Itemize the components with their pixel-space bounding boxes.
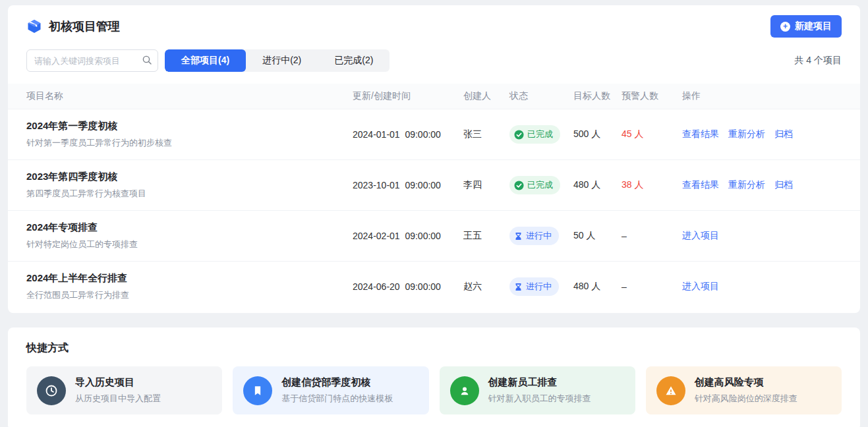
project-name: 2024年专项排查: [26, 221, 353, 234]
shortcuts-title: 快捷方式: [26, 341, 842, 355]
shortcut-desc: 基于信贷部门特点的快速模板: [281, 393, 393, 405]
shortcut-title: 创建高风险专项: [695, 376, 797, 389]
tab-in-progress[interactable]: 进行中(2): [246, 49, 318, 72]
action-enter-project[interactable]: 进入项目: [682, 281, 719, 293]
check-icon: [514, 181, 524, 190]
user-icon: [450, 376, 479, 405]
column-header-actions: 操作: [682, 90, 842, 102]
project-description: 针对第一季度员工异常行为的初步核查: [26, 137, 353, 149]
cube-icon: [26, 18, 42, 34]
row-warning: –: [622, 281, 682, 292]
row-target: 480 人: [573, 281, 622, 293]
row-time: 2024-06-20 09:00:00: [353, 281, 463, 292]
column-header-creator: 创建人: [463, 90, 509, 102]
table-row: 2024年专项排查 针对特定岗位员工的专项排查 2024-02-01 09:00…: [8, 210, 860, 261]
project-management-panel: 初核项目管理 + 新建项目 全部项目(4) 进行中(2) 已完成(2) 共 4 …: [8, 5, 860, 313]
project-description: 第四季度员工异常行为核查项目: [26, 188, 353, 200]
action-archive[interactable]: 归档: [774, 128, 793, 140]
project-description: 针对特定岗位员工的专项排查: [26, 239, 353, 250]
action-reanalyze[interactable]: 重新分析: [728, 128, 765, 140]
shortcut-import-history[interactable]: 导入历史项目 从历史项目中导入配置: [26, 366, 222, 414]
hourglass-icon: [514, 283, 523, 291]
action-enter-project[interactable]: 进入项目: [682, 230, 719, 242]
plus-icon: +: [780, 22, 790, 32]
shortcut-title: 创建新员工排查: [488, 376, 591, 389]
page-title: 初核项目管理: [49, 18, 120, 34]
column-header-time: 更新/创建时间: [353, 90, 463, 102]
column-header-target: 目标人数: [573, 90, 622, 102]
project-filter-tabs: 全部项目(4) 进行中(2) 已完成(2): [165, 49, 390, 72]
total-count: 共 4 个项目: [794, 55, 842, 67]
row-target: 500 人: [573, 128, 622, 140]
bookmark-icon: [243, 376, 272, 405]
table-header: 项目名称 更新/创建时间 创建人 状态 目标人数 预警人数 操作: [8, 84, 860, 109]
shortcut-high-risk[interactable]: 创建高风险专项 针对高风险岗位的深度排查: [646, 366, 842, 414]
column-header-status: 状态: [509, 90, 573, 102]
action-view-results[interactable]: 查看结果: [682, 179, 719, 191]
status-badge: 进行中: [509, 227, 559, 245]
table-row: 2024年上半年全行排查 全行范围员工异常行为排查 2024-06-20 09:…: [8, 261, 860, 312]
table-row: 2024年第一季度初核 针对第一季度员工异常行为的初步核查 2024-01-01…: [8, 109, 860, 159]
row-time: 2024-02-01 09:00:00: [353, 231, 463, 241]
new-project-button[interactable]: + 新建项目: [770, 15, 842, 38]
row-warning: 45 人: [622, 128, 682, 140]
shortcut-title: 创建信贷部季度初核: [281, 376, 393, 389]
row-target: 480 人: [573, 179, 622, 191]
status-badge: 已完成: [509, 125, 560, 144]
status-badge: 已完成: [509, 176, 560, 194]
action-view-results[interactable]: 查看结果: [682, 128, 719, 140]
clock-icon: [37, 376, 66, 405]
project-name: 2023年第四季度初核: [26, 171, 353, 183]
warning-icon: [656, 376, 685, 405]
action-archive[interactable]: 归档: [774, 179, 793, 191]
row-creator: 李四: [463, 179, 509, 191]
shortcuts-panel: 快捷方式 导入历史项目 从历史项目中导入配置 创建信贷部季度初核 基于信贷部门特…: [8, 327, 860, 427]
search-input[interactable]: [26, 49, 158, 72]
row-time: 2023-10-01 09:00:00: [353, 180, 463, 190]
project-name: 2024年第一季度初核: [26, 120, 353, 132]
hourglass-icon: [514, 232, 523, 241]
tab-all-projects[interactable]: 全部项目(4): [165, 49, 246, 72]
row-warning: –: [622, 231, 682, 241]
search-icon: [142, 55, 152, 68]
check-icon: [514, 130, 524, 140]
tab-completed[interactable]: 已完成(2): [318, 49, 390, 72]
action-reanalyze[interactable]: 重新分析: [728, 179, 765, 191]
project-description: 全行范围员工异常行为排查: [26, 289, 353, 301]
row-creator: 赵六: [463, 281, 509, 293]
shortcut-desc: 从历史项目中导入配置: [75, 393, 161, 405]
row-time: 2024-01-01 09:00:00: [353, 129, 463, 140]
shortcut-desc: 针对新入职员工的专项排查: [488, 393, 591, 405]
shortcut-credit-quarterly[interactable]: 创建信贷部季度初核 基于信贷部门特点的快速模板: [233, 366, 428, 414]
shortcut-new-employee[interactable]: 创建新员工排查 针对新入职员工的专项排查: [440, 366, 635, 414]
shortcut-title: 导入历史项目: [75, 376, 161, 389]
row-creator: 张三: [463, 128, 509, 140]
table-row: 2023年第四季度初核 第四季度员工异常行为核查项目 2023-10-01 09…: [8, 159, 860, 210]
project-name: 2024年上半年全行排查: [26, 272, 353, 285]
row-creator: 王五: [463, 230, 509, 242]
row-warning: 38 人: [622, 179, 682, 191]
column-header-name: 项目名称: [26, 90, 353, 102]
status-badge: 进行中: [509, 277, 559, 296]
shortcut-desc: 针对高风险岗位的深度排查: [695, 393, 797, 405]
column-header-warning: 预警人数: [622, 90, 682, 102]
row-target: 50 人: [573, 230, 622, 242]
